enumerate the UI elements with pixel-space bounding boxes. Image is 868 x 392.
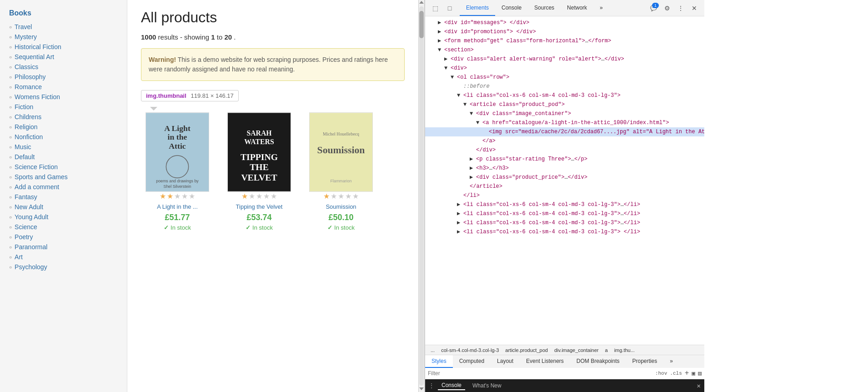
sidebar-link[interactable]: Philosophy	[15, 73, 46, 80]
sidebar-item[interactable]: Nonfiction	[9, 132, 118, 142]
tree-toggle[interactable]: ▶	[457, 228, 463, 236]
tree-line[interactable]: ▼<a href="catalogue/a-light-in-the-attic…	[425, 118, 704, 127]
filter-cls-btn[interactable]: .cls	[670, 371, 682, 376]
sidebar-item[interactable]: Science Fiction	[9, 162, 118, 172]
sidebar-item[interactable]: Sequential Art	[9, 52, 118, 62]
sidebar-link[interactable]: Travel	[15, 23, 32, 30]
scroll-track[interactable]	[419, 6, 424, 386]
tree-toggle[interactable]: ▶	[444, 55, 451, 63]
bottom-tab-computed[interactable]: Computed	[453, 355, 491, 368]
tree-toggle[interactable]: ▶	[438, 19, 444, 27]
tree-line[interactable]: ▶<div id="promotions"> </div>	[425, 27, 704, 36]
tree-toggle[interactable]: ▼	[444, 64, 451, 72]
sidebar-item[interactable]: Philosophy	[9, 72, 118, 82]
sidebar-link[interactable]: Mystery	[15, 33, 37, 40]
sidebar-item[interactable]: Womens Fiction	[9, 92, 118, 102]
bottom-tab-»[interactable]: »	[663, 355, 679, 368]
sidebar-item[interactable]: Religion	[9, 122, 118, 132]
sidebar-link[interactable]: Sports and Games	[15, 173, 68, 181]
sidebar-item[interactable]: Classics	[9, 62, 118, 72]
tree-toggle[interactable]: ▶	[470, 155, 476, 163]
book-cover[interactable]: Michel Houellebecq Soumission Flammarion	[309, 112, 373, 192]
sidebar-item[interactable]: Poetry	[9, 232, 118, 242]
sidebar-item[interactable]: Young Adult	[9, 212, 118, 222]
tree-line[interactable]: ▼<div class="image_container">	[425, 109, 704, 118]
sidebar-link[interactable]: Sequential Art	[15, 53, 54, 60]
more-btn[interactable]: ⋮	[674, 2, 687, 15]
tree-toggle[interactable]: ▶	[457, 210, 463, 218]
tree-line[interactable]: </article>	[425, 182, 704, 191]
bottom-tab-styles[interactable]: Styles	[425, 355, 453, 368]
sidebar-item[interactable]: Childrens	[9, 112, 118, 122]
notifications-btn[interactable]: 💬 1	[647, 2, 660, 15]
tab-sources[interactable]: Sources	[528, 0, 561, 16]
filter-hov-btn[interactable]: :hov	[655, 371, 667, 376]
tree-line[interactable]: ▶<form method="get" class="form-horizont…	[425, 36, 704, 45]
tree-toggle[interactable]: ▶	[438, 28, 444, 36]
scroll-down-arrow[interactable]	[419, 387, 424, 390]
tree-line[interactable]: ::before	[425, 82, 704, 91]
sidebar-link[interactable]: Science	[15, 223, 37, 231]
tree-toggle[interactable]: ▶	[438, 37, 444, 45]
bottom-tab-dom-breakpoints[interactable]: DOM Breakpoints	[570, 355, 626, 368]
tree-line[interactable]: ▶<h3>…</h3>	[425, 164, 704, 173]
filter-box1-btn[interactable]: ▣	[692, 370, 695, 377]
product-title[interactable]: Tipping the Velvet	[236, 203, 283, 210]
sidebar-link[interactable]: Add a comment	[15, 183, 59, 191]
tree-line[interactable]: ▶<li class="col-xs-6 col-sm-4 col-md-3 c…	[425, 209, 704, 218]
bottom-tab-properties[interactable]: Properties	[626, 355, 664, 368]
bottom-tab-layout[interactable]: Layout	[491, 355, 520, 368]
tree-line[interactable]: ▶<div class="alert alert-warning" role="…	[425, 55, 704, 64]
sidebar-link[interactable]: Science Fiction	[15, 163, 58, 171]
tree-toggle[interactable]: ▶	[457, 219, 463, 227]
tree-toggle[interactable]: ▼	[470, 110, 476, 118]
sidebar-link[interactable]: Fiction	[15, 103, 33, 111]
tree-toggle[interactable]: ▶	[470, 164, 476, 172]
tree-line[interactable]: ▼<article class="product_pod">	[425, 100, 704, 109]
bottom-tab-event-listeners[interactable]: Event Listeners	[520, 355, 570, 368]
tree-line[interactable]: </div>	[425, 146, 704, 155]
sidebar-item[interactable]: Historical Fiction	[9, 42, 118, 52]
sidebar-item[interactable]: Art	[9, 252, 118, 262]
tree-toggle[interactable]: ▶	[457, 201, 463, 209]
tree-line[interactable]: </a>	[425, 136, 704, 146]
sidebar-item[interactable]: Psychology	[9, 262, 118, 272]
tab-elements[interactable]: Elements	[460, 0, 495, 16]
tree-line[interactable]: ▶<li class="col-xs-6 col-sm-4 col-md-3 c…	[425, 227, 704, 236]
sidebar-link[interactable]: Childrens	[15, 113, 41, 121]
tree-toggle[interactable]: ▼	[476, 119, 482, 127]
sidebar-item[interactable]: Fantasy	[9, 192, 118, 202]
sidebar-link[interactable]: Womens Fiction	[15, 93, 60, 101]
tree-line[interactable]: <img src="media/cache/2c/da/2cdad67....j…	[425, 127, 704, 136]
tab-console[interactable]: Console	[495, 0, 528, 16]
tree-line[interactable]: ▼<ol class="row">	[425, 73, 704, 82]
sidebar-item[interactable]: Add a comment	[9, 182, 118, 192]
scroll-thumb[interactable]	[419, 11, 424, 38]
status-path-item[interactable]: col-sm-4.col-md-3.col-lg-3	[439, 347, 501, 354]
sidebar-link[interactable]: Default	[15, 153, 35, 161]
tree-line[interactable]: ▶<div id="messages"> </div>	[425, 18, 704, 27]
tree-line[interactable]: </li>	[425, 191, 704, 200]
sidebar-link[interactable]: Music	[15, 143, 31, 151]
sidebar-link[interactable]: Religion	[15, 123, 38, 131]
filter-add-btn[interactable]: +	[685, 369, 689, 377]
sidebar-item[interactable]: Sports and Games	[9, 172, 118, 182]
sidebar-item[interactable]: Mystery	[9, 32, 118, 42]
tab-more[interactable]: »	[593, 0, 609, 16]
tree-toggle[interactable]: ▼	[451, 73, 457, 81]
tree-line[interactable]: ▶<p class="star-rating Three">…</p>	[425, 155, 704, 164]
sidebar-link[interactable]: Paranormal	[15, 243, 47, 251]
sidebar-item[interactable]: Fiction	[9, 102, 118, 112]
status-path-item[interactable]: img.thu...	[612, 347, 637, 354]
sidebar-link[interactable]: Romance	[15, 83, 42, 90]
sidebar-item[interactable]: Paranormal	[9, 242, 118, 252]
tree-toggle[interactable]: ▼	[463, 101, 470, 109]
inspect-icon-btn[interactable]: □	[443, 2, 456, 15]
sidebar-link[interactable]: Classics	[15, 63, 38, 70]
tree-toggle[interactable]: ▼	[457, 91, 463, 100]
filter-box2-btn[interactable]: ▤	[698, 370, 702, 377]
tree-line[interactable]: ▼<li class="col-xs-6 col-sm-4 col-md-3 c…	[425, 91, 704, 100]
scroll-up-arrow[interactable]	[419, 1, 424, 4]
gear-btn[interactable]: ⚙	[661, 2, 673, 15]
sidebar-link[interactable]: Art	[15, 253, 23, 261]
